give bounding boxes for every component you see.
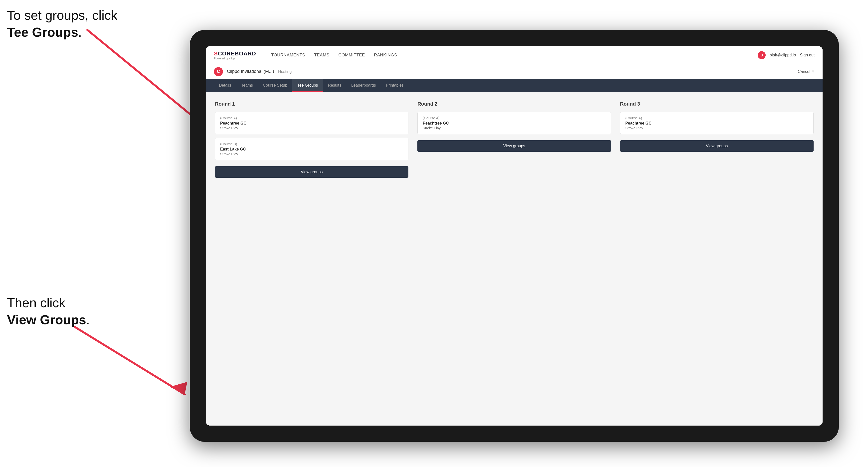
nav-tournaments[interactable]: TOURNAMENTS (271, 53, 305, 58)
sign-out-link[interactable]: Sign out (800, 53, 814, 57)
tab-teams[interactable]: Teams (236, 79, 258, 92)
tee-groups-bold: Tee Groups (7, 25, 78, 39)
tab-leaderboards[interactable]: Leaderboards (346, 79, 381, 92)
tab-course-setup[interactable]: Course Setup (258, 79, 292, 92)
nav-committee[interactable]: COMMITTEE (338, 53, 365, 58)
cancel-button[interactable]: Cancel ✕ (798, 69, 814, 74)
round-1-course-a-type: Stroke Play (220, 126, 403, 130)
round-2-column: Round 2 (Course A) Peachtree GC Stroke P… (417, 101, 611, 178)
tablet-device: SCOREBOARD Powered by clippit TOURNAMENT… (190, 30, 839, 442)
round-3-view-groups-button[interactable]: View groups (620, 140, 813, 152)
tablet-screen: SCOREBOARD Powered by clippit TOURNAMENT… (206, 46, 823, 426)
round-1-course-b-label: (Course B) (220, 142, 403, 146)
round-3-course-a-name: Peachtree GC (625, 121, 808, 126)
round-1-course-b-name: East Lake GC (220, 147, 403, 152)
round-1-course-b-type: Stroke Play (220, 152, 403, 156)
main-content: Round 1 (Course A) Peachtree GC Stroke P… (206, 92, 823, 426)
round-1-course-a-card: (Course A) Peachtree GC Stroke Play (215, 112, 408, 134)
round-2-title: Round 2 (417, 101, 611, 107)
round-2-course-a-type: Stroke Play (423, 126, 606, 130)
view-groups-bold: View Groups (7, 312, 86, 327)
instruction-bottom: Then click View Groups. (7, 294, 90, 328)
round-3-course-a-card: (Course A) Peachtree GC Stroke Play (620, 112, 813, 134)
round-2-course-a-card: (Course A) Peachtree GC Stroke Play (417, 112, 611, 134)
round-3-course-a-label: (Course A) (625, 116, 808, 120)
round-1-column: Round 1 (Course A) Peachtree GC Stroke P… (215, 101, 408, 178)
tab-results[interactable]: Results (323, 79, 346, 92)
breadcrumb-left: C Clippd Invitational (M...) Hosting (214, 67, 291, 76)
svg-line-2 (75, 327, 185, 394)
logo-sub: Powered by clippit (214, 57, 256, 60)
arrow-view-groups (65, 319, 205, 409)
nav-rankings[interactable]: RANKINGS (374, 53, 397, 58)
round-1-title: Round 1 (215, 101, 408, 107)
round-1-course-a-name: Peachtree GC (220, 121, 403, 126)
user-email: blair@clippd.io (770, 53, 796, 57)
round-3-title: Round 3 (620, 101, 813, 107)
round-3-column: Round 3 (Course A) Peachtree GC Stroke P… (620, 101, 813, 178)
breadcrumb-title: Clippd Invitational (M...) (227, 69, 274, 74)
round-1-course-a-label: (Course A) (220, 116, 403, 120)
breadcrumb-icon: C (214, 67, 223, 76)
round-1-course-b-card: (Course B) East Lake GC Stroke Play (215, 138, 408, 160)
nav-teams[interactable]: TEAMS (314, 53, 329, 58)
round-2-course-a-name: Peachtree GC (423, 121, 606, 126)
user-avatar: B (758, 51, 766, 59)
tab-tee-groups[interactable]: Tee Groups (292, 79, 323, 92)
sub-nav: Details Teams Course Setup Tee Groups Re… (206, 79, 823, 92)
round-2-course-a-label: (Course A) (423, 116, 606, 120)
svg-marker-3 (170, 382, 187, 394)
nav-right: B blair@clippd.io Sign out (758, 51, 814, 59)
round-3-course-a-type: Stroke Play (625, 126, 808, 130)
tab-printables[interactable]: Printables (381, 79, 409, 92)
logo-area: SCOREBOARD Powered by clippit (214, 51, 256, 60)
breadcrumb-bar: C Clippd Invitational (M...) Hosting Can… (206, 64, 823, 79)
tab-details[interactable]: Details (214, 79, 236, 92)
logo-text: SCOREBOARD (214, 51, 256, 57)
top-nav: SCOREBOARD Powered by clippit TOURNAMENT… (206, 46, 823, 64)
breadcrumb-status: Hosting (278, 69, 291, 74)
round-1-view-groups-button[interactable]: View groups (215, 166, 408, 178)
nav-links: TOURNAMENTS TEAMS COMMITTEE RANKINGS (271, 53, 748, 58)
rounds-grid: Round 1 (Course A) Peachtree GC Stroke P… (215, 101, 813, 178)
round-2-view-groups-button[interactable]: View groups (417, 140, 611, 152)
instruction-top: To set groups, click Tee Groups. (7, 7, 117, 41)
